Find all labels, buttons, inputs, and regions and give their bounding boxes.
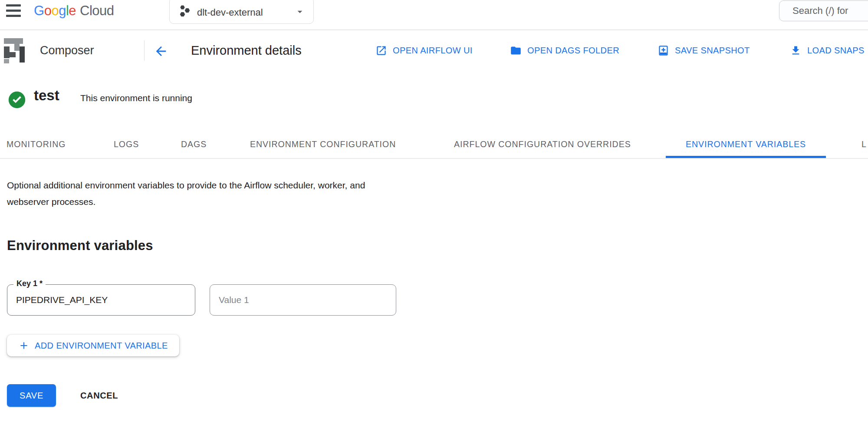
tab-environment-variables[interactable]: ENVIRONMENT VARIABLES bbox=[666, 130, 826, 158]
load-snapshot-button[interactable]: LOAD SNAPS bbox=[790, 30, 865, 72]
add-button-label: ADD ENVIRONMENT VARIABLE bbox=[35, 341, 168, 351]
save-snapshot-icon bbox=[658, 45, 669, 56]
back-button[interactable] bbox=[152, 42, 170, 60]
tab-environment-configuration[interactable]: ENVIRONMENT CONFIGURATION bbox=[230, 130, 416, 158]
tab-logs[interactable]: LOGS bbox=[94, 130, 159, 158]
open-in-new-icon bbox=[375, 45, 387, 56]
download-icon bbox=[790, 45, 802, 56]
top-bar: Google Cloud dlt-dev-external bbox=[0, 0, 868, 30]
save-button[interactable]: SAVE bbox=[7, 384, 56, 407]
environment-name: test bbox=[34, 87, 59, 104]
logo-letter: g bbox=[59, 3, 66, 19]
search-input[interactable] bbox=[779, 1, 868, 21]
logo-letter: e bbox=[69, 3, 76, 19]
section-title: Environment variables bbox=[7, 238, 861, 254]
chevron-down-icon bbox=[294, 6, 306, 19]
key-field-label: Key 1 * bbox=[13, 279, 46, 288]
project-hexagons-icon bbox=[179, 5, 191, 19]
cancel-button[interactable]: CANCEL bbox=[80, 391, 118, 401]
env-variable-row: Key 1 * bbox=[7, 284, 861, 316]
description-line: Optional additional environment variable… bbox=[7, 177, 861, 194]
tab-monitoring[interactable]: MONITORING bbox=[0, 130, 85, 158]
tab-bar: MONITORING LOGS DAGS ENVIRONMENT CONFIGU… bbox=[0, 130, 868, 159]
tab-dags[interactable]: DAGS bbox=[161, 130, 227, 158]
search-box bbox=[779, 0, 868, 21]
project-selector[interactable]: dlt-dev-external bbox=[169, 0, 314, 24]
menu-icon[interactable] bbox=[6, 4, 21, 17]
action-label: OPEN DAGS FOLDER bbox=[527, 46, 619, 56]
value-field bbox=[210, 284, 396, 316]
key-input[interactable] bbox=[7, 285, 195, 315]
logo-letter: o bbox=[44, 3, 52, 19]
action-label: OPEN AIRFLOW UI bbox=[393, 46, 473, 56]
composer-logo-icon bbox=[1, 36, 28, 66]
logo-cloud-text: Cloud bbox=[80, 3, 114, 19]
key-field: Key 1 * bbox=[7, 284, 195, 316]
status-check-icon bbox=[8, 91, 26, 111]
tab-content: Optional additional environment variable… bbox=[7, 159, 861, 407]
description-line: webserver processes. bbox=[7, 194, 861, 210]
action-label: LOAD SNAPS bbox=[807, 46, 865, 56]
open-airflow-ui-button[interactable]: OPEN AIRFLOW UI bbox=[375, 30, 473, 72]
add-environment-variable-button[interactable]: ADD ENVIRONMENT VARIABLE bbox=[7, 335, 179, 356]
value-input[interactable] bbox=[210, 285, 396, 315]
save-snapshot-button[interactable]: SAVE SNAPSHOT bbox=[658, 30, 750, 72]
action-label: SAVE SNAPSHOT bbox=[675, 46, 750, 56]
environment-status-row: test This environment is running bbox=[0, 72, 868, 130]
folder-icon bbox=[510, 45, 522, 56]
tab-labels-truncated[interactable]: L bbox=[842, 130, 868, 158]
plus-icon bbox=[18, 340, 30, 351]
page-title: Environment details bbox=[191, 30, 302, 72]
section-description: Optional additional environment variable… bbox=[7, 177, 861, 210]
google-cloud-logo[interactable]: Google Cloud bbox=[34, 3, 114, 19]
open-dags-folder-button[interactable]: OPEN DAGS FOLDER bbox=[510, 30, 619, 72]
tab-airflow-configuration-overrides[interactable]: AIRFLOW CONFIGURATION OVERRIDES bbox=[434, 130, 651, 158]
environment-status-message: This environment is running bbox=[80, 93, 192, 103]
logo-letter: o bbox=[51, 3, 59, 19]
app-header: Composer Environment details OPEN AIRFLO… bbox=[0, 30, 868, 72]
product-name: Composer bbox=[40, 30, 94, 72]
logo-letter: G bbox=[34, 3, 44, 19]
header-divider bbox=[144, 40, 145, 61]
project-name: dlt-dev-external bbox=[197, 6, 263, 19]
